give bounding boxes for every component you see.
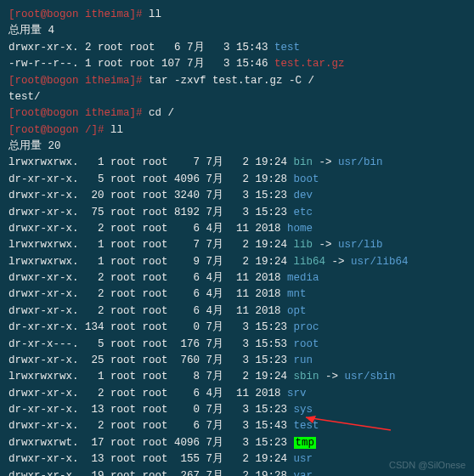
terminal-line: dr-xr-xr-x. 5 root root 4096 7月 2 19:28 … — [8, 172, 466, 188]
tar-output: test/ — [8, 91, 41, 103]
file-name: run — [294, 354, 313, 366]
file-attrs: drwxr-xr-x. 2 root root 6 4月 11 2018 — [8, 272, 287, 284]
file-attrs: dr-xr-x---. 5 root root 176 7月 3 15:53 — [8, 338, 294, 350]
watermark-text: CSDN @SilOnese — [389, 458, 466, 473]
terminal-line: dr-xr-xr-x. 134 root root 0 7月 3 15:23 p… — [8, 320, 466, 336]
terminal-line: [root@bogon itheima]# tar -zxvf test.tar… — [8, 73, 466, 89]
shell-prompt: [root@bogon itheima]# — [8, 107, 149, 119]
command-text: ll — [149, 8, 161, 20]
file-attrs: -rw-r--r--. 1 root root 107 7月 3 15:46 — [8, 58, 274, 70]
file-name: root — [294, 338, 319, 350]
symlink-target: usr/sbin — [345, 371, 396, 382]
terminal-line: drwxr-xr-x. 2 root root 6 4月 11 2018 hom… — [8, 221, 466, 237]
terminal-line: lrwxrwxrwx. 1 root root 7 7月 2 19:24 bin… — [8, 155, 466, 171]
symlink-arrow: -> — [325, 256, 351, 268]
symlink-arrow: -> — [313, 239, 338, 251]
file-attrs: drwxr-xr-x. 20 root root 3240 7月 3 15:23 — [8, 190, 294, 201]
terminal-line: [root@bogon itheima]# ll — [8, 7, 466, 23]
file-name: bin — [294, 156, 313, 168]
file-attrs: lrwxrwxrwx. 1 root root 7 7月 2 19:24 — [8, 239, 294, 251]
terminal-line: drwxr-xr-x. 2 root root 6 4月 11 2018 opt — [8, 303, 466, 320]
file-attrs: drwxr-xr-x. 2 root root 6 7月 3 15:43 — [8, 420, 294, 432]
terminal-line: lrwxrwxrwx. 1 root root 9 7月 2 19:24 lib… — [8, 254, 466, 270]
file-name: usr — [294, 453, 313, 465]
file-attrs: drwxr-xr-x. 75 root root 8192 7月 3 15:23 — [8, 207, 294, 218]
symlink-target: usr/lib — [338, 239, 383, 251]
terminal-line: drwxr-xr-x. 75 root root 8192 7月 3 15:23… — [8, 205, 466, 221]
file-attrs: lrwxrwxrwx. 1 root root 7 7月 2 19:24 — [8, 156, 294, 168]
terminal-line: -rw-r--r--. 1 root root 107 7月 3 15:46 t… — [8, 56, 466, 72]
terminal-line: test/ — [8, 89, 466, 105]
terminal-line: 总用量 20 — [8, 139, 466, 155]
terminal-line: drwxrwxrwt. 17 root root 4096 7月 3 15:23… — [8, 435, 466, 451]
terminal-line: drwxr-xr-x. 20 root root 3240 7月 3 15:23… — [8, 188, 466, 204]
total-line: 总用量 4 — [8, 25, 54, 37]
command-text: tar -zxvf test.tar.gz -C / — [149, 75, 314, 87]
terminal-line: [root@bogon itheima]# cd / — [8, 105, 466, 122]
terminal-line: drwxr-xr-x. 2 root root 6 7月 3 15:43 tes… — [8, 40, 466, 56]
command-text: cd / — [149, 107, 174, 119]
file-name: proc — [294, 321, 319, 333]
file-attrs: drwxr-xr-x. 19 root root 267 7月 2 19:28 — [8, 470, 294, 477]
file-attrs: drwxr-xr-x. 2 root root 6 7月 3 15:43 — [8, 42, 274, 54]
file-name: media — [287, 272, 319, 284]
file-name: lib — [294, 239, 313, 251]
file-attrs: lrwxrwxrwx. 1 root root 8 7月 2 19:24 — [8, 371, 294, 382]
file-name: sbin — [294, 371, 319, 382]
file-attrs: drwxr-xr-x. 2 root root 6 4月 11 2018 — [8, 223, 287, 235]
file-attrs: drwxrwxrwt. 17 root root 4096 7月 3 15:23 — [8, 437, 294, 449]
terminal-output[interactable]: [root@bogon itheima]# ll总用量 4drwxr-xr-x.… — [8, 7, 466, 476]
file-attrs: dr-xr-xr-x. 13 root root 0 7月 3 15:23 — [8, 404, 294, 416]
file-attrs: dr-xr-xr-x. 5 root root 4096 7月 2 19:28 — [8, 173, 294, 185]
symlink-target: usr/bin — [338, 156, 383, 168]
symlink-arrow: -> — [319, 371, 345, 382]
file-name: opt — [287, 305, 307, 317]
file-name: boot — [294, 173, 319, 185]
file-name: var — [294, 470, 313, 477]
terminal-line: drwxr-xr-x. 25 root root 760 7月 3 15:23 … — [8, 353, 466, 369]
shell-prompt: [root@bogon itheima]# — [8, 8, 149, 20]
terminal-line: dr-xr-x---. 5 root root 176 7月 3 15:53 r… — [8, 337, 466, 353]
terminal-line: drwxr-xr-x. 2 root root 6 4月 11 2018 srv — [8, 386, 466, 402]
terminal-line: lrwxrwxrwx. 1 root root 8 7月 2 19:24 sbi… — [8, 369, 466, 385]
shell-prompt: [root@bogon itheima]# — [8, 75, 149, 87]
file-name: srv — [287, 388, 307, 400]
file-name: etc — [294, 207, 313, 218]
file-name: home — [287, 223, 313, 235]
file-name: test — [294, 420, 319, 432]
file-name: mnt — [287, 288, 307, 300]
file-attrs: drwxr-xr-x. 25 root root 760 7月 3 15:23 — [8, 354, 294, 366]
terminal-line: [root@bogon /]# ll — [8, 122, 466, 139]
file-name: sys — [294, 404, 313, 416]
file-attrs: drwxr-xr-x. 2 root root 6 4月 11 2018 — [8, 305, 287, 317]
terminal-line: 总用量 4 — [8, 23, 466, 39]
symlink-arrow: -> — [313, 156, 338, 168]
terminal-line: drwxr-xr-x. 2 root root 6 7月 3 15:43 tes… — [8, 418, 466, 434]
total-line: 总用量 20 — [8, 140, 61, 152]
file-name: tmp — [294, 437, 317, 449]
file-name: test.tar.gz — [274, 58, 345, 70]
file-attrs: dr-xr-xr-x. 134 root root 0 7月 3 15:23 — [8, 321, 294, 333]
file-attrs: drwxr-xr-x. 2 root root 6 4月 11 2018 — [8, 288, 287, 300]
file-name: test — [274, 42, 300, 54]
file-attrs: drwxr-xr-x. 2 root root 6 4月 11 2018 — [8, 388, 287, 400]
shell-prompt: [root@bogon /]# — [8, 124, 110, 136]
symlink-target: usr/lib64 — [351, 256, 409, 268]
terminal-line: dr-xr-xr-x. 13 root root 0 7月 3 15:23 sy… — [8, 402, 466, 418]
command-text: ll — [110, 124, 123, 136]
file-attrs: drwxr-xr-x. 13 root root 155 7月 2 19:24 — [8, 453, 294, 465]
file-attrs: lrwxrwxrwx. 1 root root 9 7月 2 19:24 — [8, 256, 294, 268]
file-name: lib64 — [294, 256, 326, 268]
terminal-line: drwxr-xr-x. 2 root root 6 4月 11 2018 mnt — [8, 286, 466, 303]
file-name: dev — [294, 190, 313, 201]
terminal-line: drwxr-xr-x. 2 root root 6 4月 11 2018 med… — [8, 270, 466, 286]
terminal-line: lrwxrwxrwx. 1 root root 7 7月 2 19:24 lib… — [8, 237, 466, 253]
